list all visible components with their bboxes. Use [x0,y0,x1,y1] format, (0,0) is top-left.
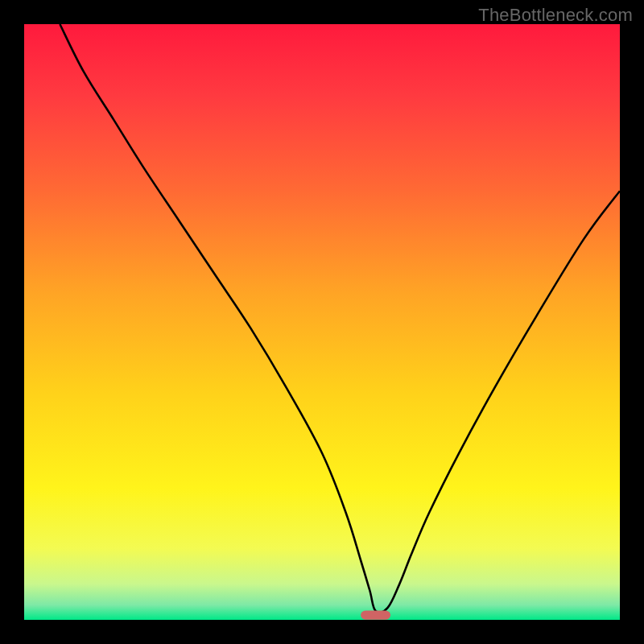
plot-area [24,24,620,620]
bottleneck-marker [361,611,390,620]
watermark-text: TheBottleneck.com [478,5,633,26]
bottleneck-curve [60,24,620,613]
curve-layer [24,24,620,620]
chart-frame: TheBottleneck.com [0,0,644,644]
